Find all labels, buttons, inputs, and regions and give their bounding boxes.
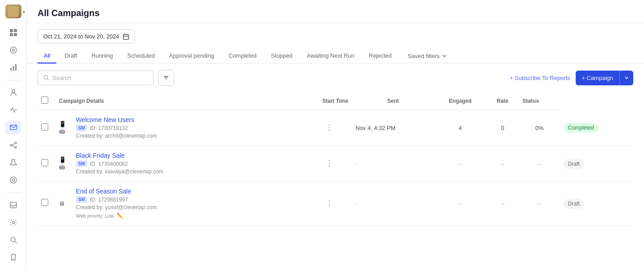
tab-draft[interactable]: Draft: [58, 49, 83, 63]
svg-point-22: [11, 237, 15, 242]
sidebar-icon-settings[interactable]: [5, 215, 21, 229]
row-3-more: ⋮: [318, 181, 351, 226]
device-icon-desktop: 🖥: [59, 200, 66, 207]
table-row: 🖥 End of Season Sale SM ID: 1729881997 C…: [38, 181, 633, 226]
campaign-1-name[interactable]: Welcome New Users: [76, 116, 315, 123]
tab-awaiting-next-run[interactable]: Awaiting Next Run: [301, 49, 361, 63]
search-input[interactable]: [53, 75, 148, 81]
tab-running[interactable]: Running: [85, 49, 119, 63]
device-icon-android-2: 🤖: [59, 164, 66, 170]
svg-point-18: [10, 177, 17, 183]
col-status: Status: [519, 92, 560, 110]
row-3-status: Draft: [560, 181, 633, 226]
col-campaign-details: Campaign Details: [55, 92, 318, 110]
sidebar-icon-support[interactable]: [5, 173, 21, 187]
tabs-bar: All Draft Running Scheduled Approval pen…: [27, 43, 644, 63]
row-1-details: Welcome New Users SM ID: 1730718132 Crea…: [72, 110, 318, 146]
svg-point-28: [44, 76, 47, 79]
row-3-details: End of Season Sale SM ID: 1729881997 Cre…: [72, 181, 318, 226]
tab-scheduled[interactable]: Scheduled: [121, 49, 161, 63]
tab-stopped[interactable]: Stopped: [265, 49, 299, 63]
search-box[interactable]: [38, 71, 154, 85]
campaign-2-name[interactable]: Black Friday Sale: [76, 152, 315, 159]
row-1-status: Completed: [560, 110, 633, 146]
campaigns-table: Campaign Details Start Time Sent Engaged…: [38, 92, 633, 226]
row-checkbox-cell: [38, 181, 55, 226]
row-1-engaged: 0: [486, 110, 519, 146]
svg-point-19: [12, 179, 15, 181]
page-title: All Campaigns: [38, 8, 633, 18]
tab-all[interactable]: All: [38, 49, 56, 63]
create-campaign-button[interactable]: + Campaign: [576, 71, 633, 85]
sidebar-icon-search[interactable]: [5, 233, 21, 247]
svg-point-12: [10, 144, 12, 146]
select-all-checkbox[interactable]: [41, 97, 48, 104]
col-sent: Sent: [352, 92, 434, 110]
campaign-3-creator: Created by: yusuf@clevertap.com: [76, 204, 157, 210]
svg-rect-9: [13, 66, 14, 71]
sidebar-icon-dashboard[interactable]: [5, 25, 21, 39]
device-icon-apple: 🤖: [59, 128, 66, 134]
svg-line-15: [12, 143, 15, 145]
date-range-picker[interactable]: Oct 21, 2024 to Nov 20, 2024: [38, 29, 135, 43]
row-3-rate: --: [519, 181, 560, 226]
col-start-time: Start Time: [318, 92, 351, 110]
row-3-sent: --: [434, 181, 486, 226]
date-range-label: Oct 21, 2024 to Nov 20, 2024: [43, 33, 119, 40]
row-1-status-badge: Completed: [564, 123, 598, 133]
campaign-2-badge: SM: [76, 160, 87, 167]
row-3-checkbox[interactable]: [41, 199, 48, 206]
sidebar: 🏆: [0, 0, 27, 269]
device-icon-mobile-2: 📱: [59, 156, 66, 163]
campaign-3-name[interactable]: End of Season Sale: [76, 188, 315, 195]
row-2-checkbox[interactable]: [41, 159, 48, 166]
tab-approval-pending[interactable]: Approval pending: [163, 49, 221, 63]
row-2-details: Black Friday Sale SM ID: 1730400082 Crea…: [72, 146, 318, 181]
svg-point-7: [12, 49, 14, 51]
sidebar-icon-inbox[interactable]: [5, 198, 21, 212]
col-checkbox: [38, 92, 55, 110]
campaign-3-id: ID: 1729881997: [90, 197, 128, 203]
tab-completed[interactable]: Completed: [222, 49, 263, 63]
row-2-start-time: -: [352, 146, 434, 181]
campaign-3-priority: Web priority: Low: [76, 213, 114, 219]
sidebar-icon-analytics[interactable]: [5, 60, 21, 74]
sidebar-icon-campaigns[interactable]: [5, 121, 21, 134]
campaigns-table-container: Campaign Details Start Time Sent Engaged…: [27, 92, 644, 269]
filter-button[interactable]: [158, 70, 174, 86]
svg-point-14: [15, 147, 17, 148]
svg-point-21: [12, 222, 14, 224]
app-avatar[interactable]: 🏆: [5, 4, 21, 18]
sidebar-icon-bookmark[interactable]: [5, 251, 21, 265]
subscribe-reports-button[interactable]: + Subscribe To Reports: [510, 75, 570, 81]
priority-edit-icon[interactable]: ✏️: [117, 213, 123, 219]
row-3-engaged: --: [486, 181, 519, 226]
svg-rect-5: [14, 33, 17, 36]
svg-rect-8: [10, 68, 12, 71]
row-3-more-button[interactable]: ⋮: [322, 198, 336, 210]
tab-rejected[interactable]: Rejected: [363, 49, 398, 63]
campaign-1-creator: Created by: archit@clevertap.com: [76, 133, 157, 139]
row-1-start-time: Nov 4, 4:32 PM: [352, 110, 434, 146]
sidebar-icon-journeys[interactable]: [5, 138, 21, 152]
tab-saved-filters[interactable]: Saved filters: [401, 49, 453, 63]
sidebar-icon-experiments[interactable]: [5, 156, 21, 169]
svg-line-23: [15, 241, 17, 243]
campaign-btn-arrow[interactable]: [620, 71, 633, 85]
sidebar-icon-activity[interactable]: [5, 103, 21, 117]
row-2-sent: --: [434, 146, 486, 181]
row-2-rate: --: [519, 146, 560, 181]
row-3-status-badge: Draft: [564, 199, 584, 209]
table-row: 📱 🤖 Welcome New Users SM ID: 1730718132: [38, 110, 633, 146]
svg-point-11: [12, 90, 15, 92]
row-checkbox-cell: [38, 110, 55, 146]
svg-line-16: [12, 145, 15, 147]
page-header: All Campaigns: [27, 0, 644, 23]
row-2-more-button[interactable]: ⋮: [322, 157, 336, 169]
sidebar-icon-users[interactable]: [5, 85, 21, 99]
row-1-checkbox[interactable]: [41, 123, 48, 130]
row-1-more-button[interactable]: ⋮: [322, 122, 336, 134]
campaign-2-id: ID: 1730400082: [90, 161, 128, 167]
row-2-status: Draft: [560, 146, 633, 181]
sidebar-icon-explore[interactable]: [5, 43, 21, 57]
